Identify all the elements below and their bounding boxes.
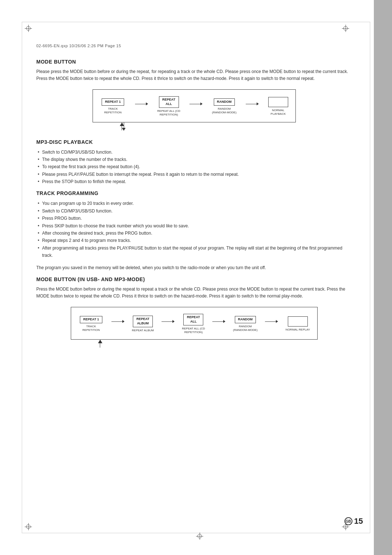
usb-step-repeat-album: REPEATALBUM REPEAT ALBUM (132, 316, 154, 332)
header-line: 02-6695-EN.qxp 10/26/06 2:26 PM Page 15 (36, 44, 352, 48)
usb-arrow-4-5 (265, 320, 278, 323)
usb-step-repeat1: REPEAT 1 TRACK REPETITION (78, 316, 104, 332)
arrow-2-3 (189, 102, 203, 105)
track-programming-title: TRACK PROGRAMMING (36, 190, 352, 196)
arrow-into-diagram-2 (71, 340, 318, 348)
step-repeat1: REPEAT 1 TRACK REPETITION (100, 98, 126, 114)
right-tab (374, 0, 392, 555)
usb-step-box-random: RANDOM (235, 316, 256, 323)
arrow-up-1 (122, 122, 126, 131)
mode-button-usb-diagram: REPEAT 1 TRACK REPETITION REPEATALBUM RE… (71, 307, 318, 348)
step-label-repeat1: TRACK REPETITION (100, 107, 126, 115)
step-normal-playback: NORMALPLAYBACK (268, 97, 288, 116)
usb-step-label-random: RANDOM(RANDOM-MODE) (233, 325, 258, 332)
mode-button-usb-section: MODE BUTTON (IN USB- AND MP3-MODE) Press… (36, 276, 352, 348)
mp3-disc-bullets: Switch to CD/MP3/USB/SD function. The di… (36, 149, 352, 186)
mode-button-usb-body: Press the MODE button before or during t… (36, 286, 352, 300)
step-box-empty (268, 97, 288, 107)
tp-bullet-7: After programming all tracks press the P… (36, 244, 352, 259)
tp-bullet-3: Press PROG button. (36, 215, 352, 222)
diagram-box-1: REPEAT 1 TRACK REPETITION REPEATALL REPE… (93, 89, 296, 122)
crosshair-top-right (342, 25, 349, 32)
tp-bullet-4: Press SKIP button to choose the track nu… (36, 222, 352, 230)
usb-step-label-repeat-all: REPEAT ALL (CDREPETITION) (182, 327, 205, 335)
arrow-1-2 (135, 102, 148, 105)
gb-label: GB (346, 519, 351, 523)
arrow-3-4 (246, 102, 259, 105)
usb-step-box-empty (288, 316, 308, 327)
mode-button-title: MODE BUTTON (36, 59, 352, 65)
track-programming-section: TRACK PROGRAMMING You can program up to … (36, 190, 352, 271)
diagram-row-1: REPEAT 1 TRACK REPETITION REPEATALL REPE… (100, 96, 288, 117)
tp-bullet-1: You can program up to 20 tracks in every… (36, 200, 352, 207)
tp-bullet-6: Repeat steps 2 and 4 to program more tra… (36, 237, 352, 244)
mp3-disc-section: MP3-DISC PLAYBACK Switch to CD/MP3/USB/S… (36, 139, 352, 186)
usb-step-random: RANDOM RANDOM(RANDOM-MODE) (233, 316, 258, 332)
bullet-3: To repeat the first track press the repe… (36, 163, 352, 170)
step-box-repeat-all: REPEATALL (159, 96, 179, 108)
page-number: 15 (354, 516, 363, 526)
step-box-repeat1: REPEAT 1 (102, 98, 124, 106)
bullet-4: Please press PLAY/PAUSE button to interr… (36, 171, 352, 178)
diagram-row-2: REPEAT 1 TRACK REPETITION REPEATALBUM RE… (78, 314, 310, 334)
gb-circle: GB (344, 517, 352, 525)
mode-button-diagram: REPEAT 1 TRACK REPETITION REPEATALL REPE… (93, 89, 296, 130)
step-box-random: RANDOM (214, 98, 235, 106)
step-label-random: RANDOM(RANDOM-MODE) (212, 107, 237, 115)
bullet-5: Press the STOP button to finfish the rep… (36, 178, 352, 185)
mode-button-usb-title: MODE BUTTON (IN USB- AND MP3-MODE) (36, 276, 352, 282)
usb-arrow-1-2 (111, 320, 124, 323)
usb-arrow-3-4 (212, 320, 225, 323)
tp-bullet-5: After choosing the desired track, press … (36, 230, 352, 237)
page-number-badge: GB 15 (344, 516, 363, 526)
mode-button-section: MODE BUTTON Please press the MODE button… (36, 59, 352, 130)
diagram-box-2: REPEAT 1 TRACK REPETITION REPEATALBUM RE… (71, 307, 318, 340)
mode-button-body: Please press the MODE button before or d… (36, 68, 352, 82)
usb-step-box-repeat1: REPEAT 1 (80, 316, 102, 323)
track-programming-note: The program you saved in the memory will… (36, 264, 352, 271)
main-content: 02-6695-EN.qxp 10/26/06 2:26 PM Page 15 … (36, 44, 352, 356)
crosshair-top-left (25, 25, 32, 32)
usb-step-box-repeat-all: REPEATALL (183, 314, 203, 325)
usb-step-repeat-all: REPEATALL REPEAT ALL (CDREPETITION) (182, 314, 205, 334)
usb-step-label-normal-replay: NORMAL REPLAY (286, 328, 310, 332)
usb-arrow-2-3 (162, 320, 175, 323)
usb-step-label-repeat1: TRACK REPETITION (78, 325, 104, 332)
usb-step-box-repeat-album: REPEATALBUM (133, 316, 153, 327)
bullet-1: Switch to CD/MP3/USB/SD function. (36, 149, 352, 156)
tp-bullet-2: Switch to CD/MP3/USB/SD function. (36, 207, 352, 215)
mp3-disc-title: MP3-DISC PLAYBACK (36, 139, 352, 145)
step-repeat-all: REPEATALL REPEAT ALL (CDREPETITION) (157, 96, 180, 117)
step-random: RANDOM RANDOM(RANDOM-MODE) (212, 98, 237, 114)
track-programming-bullets: You can program up to 20 tracks in every… (36, 200, 352, 259)
step-label-repeat-all: REPEAT ALL (CDREPETITION) (157, 109, 180, 117)
crosshair-bottom-left (25, 523, 32, 530)
bullet-2: The display shows the number of the trac… (36, 156, 352, 163)
usb-step-normal-replay: NORMAL REPLAY (286, 316, 310, 332)
step-label-normal-playback: NORMALPLAYBACK (271, 109, 286, 116)
usb-step-label-repeat-album: REPEAT ALBUM (132, 329, 154, 332)
